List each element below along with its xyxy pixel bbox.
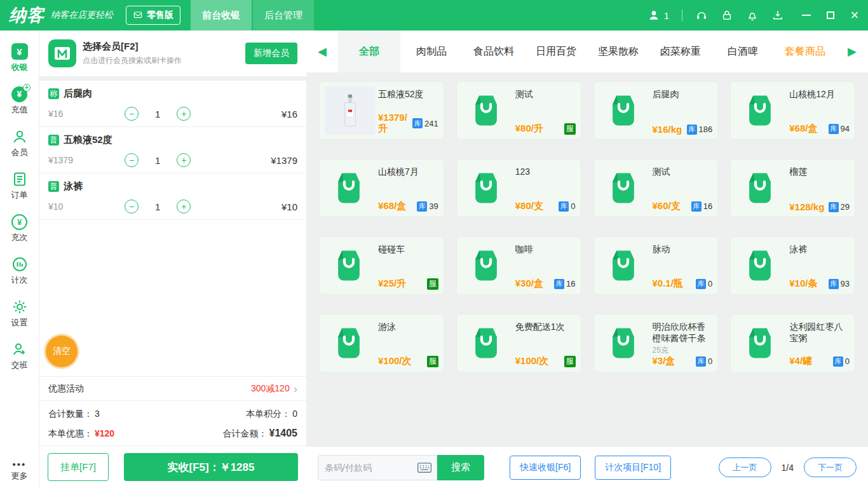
item-unit-price: ¥10 (48, 201, 125, 212)
cart-item[interactable]: 普五粮液52度¥1379−1+¥1379 (39, 127, 306, 173)
item-name: 后腿肉 (64, 88, 92, 100)
item-type-badge: 普 (48, 135, 59, 146)
quick-cashier-button[interactable]: 快速收银[F6] (510, 456, 581, 480)
sidebar-item-shift[interactable]: 交班 (0, 335, 39, 377)
minimize-button[interactable] (802, 9, 811, 22)
sidebar-item-label: 充次 (11, 232, 28, 243)
hold-order-button[interactable]: 挂单[F7] (48, 453, 109, 481)
product-card[interactable]: 山核桃7月¥68/盒库39 (319, 159, 444, 217)
category-scroll-right-icon[interactable]: ▶ (836, 30, 868, 72)
increase-qty-button[interactable]: + (177, 200, 191, 214)
category-scroll-left-icon[interactable]: ◀ (306, 30, 338, 72)
sidebar-item-orders[interactable]: 订单 (0, 165, 39, 207)
sidebar-item-recharge-times[interactable]: ¥充次 (0, 207, 39, 250)
product-card[interactable]: 山核桃12月¥68/盒库94 (730, 81, 855, 140)
product-card[interactable]: 测试¥60/支库16 (593, 159, 719, 217)
sidebar-item-label: 计次 (11, 274, 28, 286)
category-tab-6[interactable]: 白酒啤 (712, 30, 774, 72)
sidebar-item-label: 充值 (11, 104, 28, 116)
add-member-button[interactable]: 新增会员 (245, 43, 297, 64)
count-item-button[interactable]: 计次项目[F10] (595, 456, 671, 480)
quantity-stepper: −1+ (125, 107, 191, 121)
maximize-button[interactable] (826, 9, 835, 22)
product-card[interactable]: 测试¥80/升服 (456, 81, 581, 140)
total-qty-value: 3 (95, 409, 100, 419)
clear-cart-button[interactable]: 清空 (46, 336, 78, 367)
top-nav: 前台收银后台管理 (191, 0, 314, 30)
product-card[interactable]: 游泳¥100/次服 (319, 314, 444, 372)
sidebar-item-more[interactable]: ••• 更多 (11, 461, 28, 482)
sidebar-item-member[interactable]: 会员 (0, 122, 39, 165)
member-select-card[interactable]: 选择会员[F2] 点击进行会员搜索或刷卡操作 新增会员 (39, 30, 306, 76)
item-total: ¥10 (281, 201, 297, 212)
product-card[interactable]: 达利园红枣八宝粥¥4/罐库0 (730, 314, 855, 372)
stock-badge: 库 (833, 356, 843, 367)
lock-icon[interactable] (721, 9, 733, 22)
product-name: 山核桃7月 (378, 166, 438, 177)
quantity-stepper: −1+ (125, 200, 191, 214)
keyboard-icon[interactable] (416, 462, 433, 473)
stock-count: 29 (841, 202, 850, 212)
product-name: 测试 (515, 88, 576, 100)
product-card[interactable]: 五粮液52度¥1379/升库241 (319, 81, 444, 140)
pagination: 上一页 1/4 下一页 (719, 458, 857, 477)
decrease-qty-button[interactable]: − (125, 107, 139, 121)
category-tab-5[interactable]: 卤菜称重 (649, 30, 712, 72)
service-badge: 服 (564, 123, 576, 135)
points: 本单积分：0 (246, 409, 297, 420)
product-price: ¥68/盒 (789, 123, 817, 135)
divider (682, 10, 682, 21)
shift-icon (11, 341, 28, 358)
increase-qty-button[interactable]: + (177, 153, 191, 167)
shopping-bag-icon (731, 82, 789, 139)
edition-badge[interactable]: 零售版 (126, 6, 180, 25)
increase-qty-button[interactable]: + (177, 107, 191, 121)
decrease-qty-button[interactable]: − (125, 200, 139, 214)
category-tab-2[interactable]: 食品饮料 (463, 30, 525, 72)
maximize-icon (827, 11, 834, 19)
cart-item[interactable]: 称后腿肉¥16−1+¥16 (39, 81, 306, 127)
stock-count: 241 (424, 119, 438, 128)
item-unit-price: ¥1379 (48, 155, 125, 165)
stock-count: 93 (841, 279, 850, 288)
next-page-button[interactable]: 下一页 (804, 458, 857, 477)
top-tab-front-cashier[interactable]: 前台收银 (191, 0, 252, 30)
decrease-qty-button[interactable]: − (125, 153, 139, 167)
user-indicator[interactable]: 1 (648, 9, 669, 22)
download-icon[interactable] (771, 9, 784, 22)
cart-item[interactable]: 普泳裤¥10−1+¥10 (39, 173, 306, 220)
category-tab-0[interactable]: 全部 (338, 30, 400, 72)
notification-bell-icon[interactable] (746, 9, 759, 22)
product-card[interactable]: 脉动¥0.1/瓶库0 (593, 236, 719, 295)
sidebar-item-cashier[interactable]: ¥收银 (0, 37, 39, 79)
product-card[interactable]: 泳裤¥10/条库93 (730, 236, 855, 295)
category-tab-1[interactable]: 肉制品 (400, 30, 463, 72)
product-card[interactable]: 明治欣欣杯香橙味酱饼干条25克¥3/盒库0 (593, 314, 719, 372)
shopping-bag-icon (457, 237, 515, 294)
product-card[interactable]: 123¥80/支库0 (456, 159, 581, 217)
shopping-bag-icon (731, 315, 789, 372)
product-price: ¥30/盒 (515, 278, 543, 290)
top-tab-back-manage[interactable]: 后台管理 (253, 0, 314, 30)
service-badge: 服 (564, 356, 576, 367)
stock-badge: 库 (559, 201, 569, 212)
search-button[interactable]: 搜索 (437, 455, 484, 480)
pay-button[interactable]: 实收[F5]：￥1285 (124, 453, 298, 481)
sidebar-item-recharge[interactable]: ¥+充值 (0, 79, 39, 122)
product-card[interactable]: 后腿肉¥16/kg库186 (593, 81, 719, 140)
close-button[interactable]: × (850, 9, 859, 22)
category-tab-3[interactable]: 日用百货 (525, 30, 587, 72)
support-headset-icon[interactable] (695, 9, 708, 22)
category-tab-4[interactable]: 坚果散称 (587, 30, 649, 72)
product-price: ¥4/罐 (789, 355, 812, 367)
promo-row[interactable]: 优惠活动 300减120 › (39, 376, 306, 400)
product-card[interactable]: 碰碰车¥25/升服 (319, 236, 444, 295)
prev-page-button[interactable]: 上一页 (719, 458, 771, 477)
category-tab-7[interactable]: 套餐商品 (774, 30, 836, 72)
sidebar-item-settings[interactable]: 设置 (0, 292, 39, 335)
product-name: 榴莲 (789, 166, 850, 177)
product-card[interactable]: 榴莲¥128/kg库29 (730, 159, 855, 217)
product-card[interactable]: 免费配送1次¥100/次服 (456, 314, 581, 372)
product-card[interactable]: 咖啡¥30/盒库16 (456, 236, 581, 295)
sidebar-item-count-times[interactable]: 计次 (0, 250, 39, 292)
